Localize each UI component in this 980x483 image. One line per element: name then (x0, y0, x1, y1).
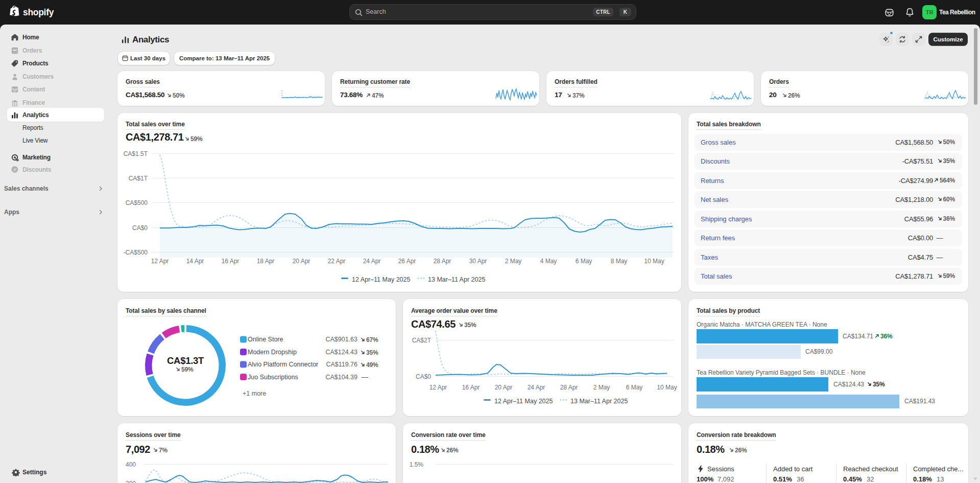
svg-text:20 Apr: 20 Apr (495, 384, 513, 391)
svg-text:400: 400 (126, 461, 136, 468)
svg-text:20 Apr: 20 Apr (293, 258, 310, 265)
svg-text:6 May: 6 May (576, 258, 592, 265)
svg-text:12 Apr: 12 Apr (429, 384, 447, 391)
svg-text:300: 300 (126, 480, 136, 483)
svg-text:6 May: 6 May (626, 384, 643, 391)
svg-text:4 May: 4 May (540, 258, 557, 265)
svg-text:CA$2T: CA$2T (412, 337, 432, 344)
svg-text:26 Apr: 26 Apr (398, 258, 416, 265)
svg-text:12 Apr–11 May 2025: 12 Apr–11 May 2025 (352, 276, 410, 283)
svg-text:-CA$500: -CA$500 (124, 249, 148, 256)
svg-text:13 Mar–11 Apr 2025: 13 Mar–11 Apr 2025 (570, 398, 628, 405)
svg-text:10 May: 10 May (644, 258, 664, 265)
svg-text:CA$1.5T: CA$1.5T (124, 150, 148, 157)
svg-text:24 Apr: 24 Apr (363, 258, 381, 265)
svg-text:12 Apr–11 May 2025: 12 Apr–11 May 2025 (494, 398, 553, 405)
svg-text:30 Apr: 30 Apr (469, 258, 487, 265)
svg-text:22 Apr: 22 Apr (328, 258, 346, 265)
svg-text:10 May: 10 May (657, 384, 677, 391)
svg-text:CA$500: CA$500 (126, 199, 148, 206)
svg-text:18 Apr: 18 Apr (257, 258, 275, 265)
svg-text:1.5%: 1.5% (410, 461, 424, 468)
svg-text:14 Apr: 14 Apr (186, 258, 204, 265)
svg-text:12 Apr: 12 Apr (151, 258, 169, 265)
svg-text:8 May: 8 May (611, 258, 628, 265)
svg-text:13 Mar–11 Apr 2025: 13 Mar–11 Apr 2025 (428, 276, 485, 283)
svg-text:24 Apr: 24 Apr (528, 384, 545, 391)
svg-text:2 May: 2 May (505, 258, 522, 265)
svg-text:16 Apr: 16 Apr (462, 384, 480, 391)
svg-text:CA$1T: CA$1T (129, 175, 148, 182)
svg-text:28 Apr: 28 Apr (434, 258, 451, 265)
svg-text:16 Apr: 16 Apr (222, 258, 240, 265)
svg-text:CA$1.3T: CA$1.3T (167, 355, 204, 366)
svg-text:CA$0: CA$0 (416, 373, 431, 380)
svg-text:28 Apr: 28 Apr (560, 384, 578, 391)
svg-text:CA$0: CA$0 (132, 224, 148, 232)
svg-text:2 May: 2 May (593, 384, 610, 391)
